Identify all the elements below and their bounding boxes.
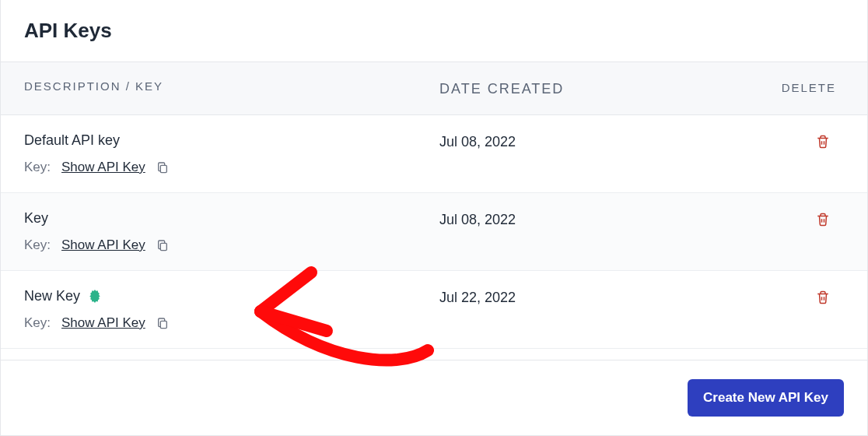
copy-icon[interactable] xyxy=(156,316,169,330)
page-title: API Keys xyxy=(1,0,867,62)
svg-rect-2 xyxy=(160,321,166,328)
key-prefix-label: Key: xyxy=(24,237,51,253)
table-row: Default API key Key: Show API Key Jul 08… xyxy=(1,115,867,193)
show-api-key-link[interactable]: Show API Key xyxy=(61,315,145,331)
column-header-date: DATE CREATED xyxy=(439,79,727,97)
copy-icon[interactable] xyxy=(156,160,169,174)
date-created: Jul 08, 2022 xyxy=(439,132,727,150)
api-keys-panel: API Keys DESCRIPTION / KEY DATE CREATED … xyxy=(0,0,868,436)
svg-rect-1 xyxy=(160,243,166,250)
show-api-key-link[interactable]: Show API Key xyxy=(61,160,145,175)
row-description-cell: Default API key Key: Show API Key xyxy=(24,132,439,175)
delete-button[interactable] xyxy=(816,290,830,308)
table-row: New Key Key: Show API Key Jul 22, 2022 xyxy=(1,271,867,349)
copy-icon[interactable] xyxy=(156,238,169,252)
delete-button[interactable] xyxy=(816,134,830,152)
key-name: Default API key xyxy=(24,132,120,149)
trash-icon xyxy=(816,212,830,227)
table-header: DESCRIPTION / KEY DATE CREATED DELETE xyxy=(1,62,867,115)
table-row: Key Key: Show API Key Jul 08, 2022 xyxy=(1,193,867,271)
panel-footer: Create New API Key xyxy=(1,360,867,435)
create-new-api-key-button[interactable]: Create New API Key xyxy=(688,379,844,417)
key-name: Key xyxy=(24,210,48,227)
row-description-cell: Key Key: Show API Key xyxy=(24,210,439,253)
key-prefix-label: Key: xyxy=(24,315,51,331)
new-badge-icon xyxy=(88,290,102,304)
show-api-key-link[interactable]: Show API Key xyxy=(61,237,145,253)
trash-icon xyxy=(816,290,830,305)
column-header-description: DESCRIPTION / KEY xyxy=(24,79,439,93)
date-created: Jul 22, 2022 xyxy=(439,288,727,306)
key-prefix-label: Key: xyxy=(24,160,51,175)
date-created: Jul 08, 2022 xyxy=(439,210,727,228)
row-description-cell: New Key Key: Show API Key xyxy=(24,288,439,331)
svg-rect-0 xyxy=(160,165,166,172)
trash-icon xyxy=(816,134,830,149)
column-header-delete: DELETE xyxy=(727,79,844,94)
delete-button[interactable] xyxy=(816,212,830,230)
key-name: New Key xyxy=(24,288,80,304)
